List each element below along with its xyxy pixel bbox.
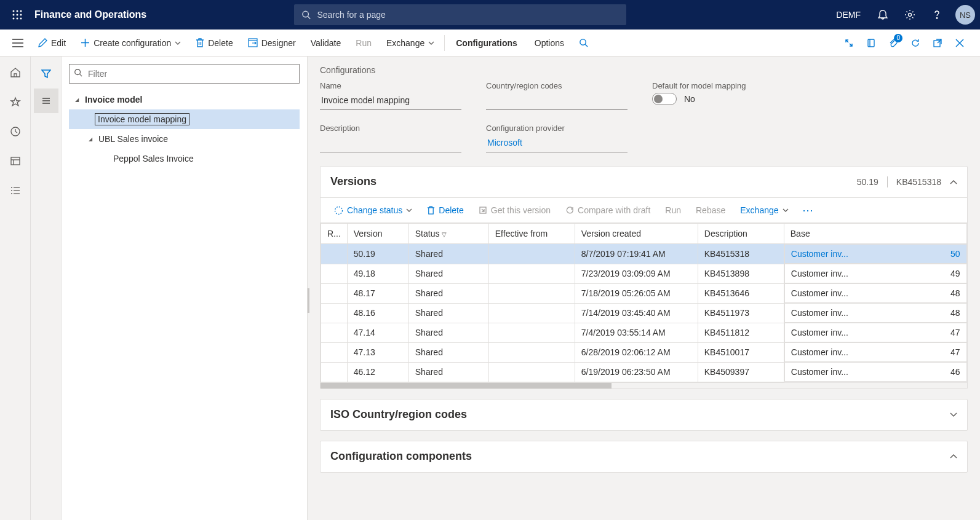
left-nav-rail [0, 57, 31, 520]
table-cell: Customer inv...48 [784, 283, 967, 303]
table-cell: Customer inv...46 [784, 362, 967, 382]
col-status[interactable]: Status▽ [408, 224, 488, 244]
iso-title: ISO Country/region codes [330, 408, 950, 421]
settings-icon[interactable] [898, 2, 922, 27]
versions-run-button: Run [659, 203, 687, 218]
col-description[interactable]: Description [698, 224, 784, 244]
name-value[interactable]: Invoice model mapping [320, 93, 461, 110]
name-label: Name [320, 81, 461, 90]
user-avatar[interactable]: NS [955, 5, 975, 25]
home-icon[interactable] [3, 60, 28, 85]
refresh-icon[interactable] [905, 33, 926, 53]
versions-delete-button[interactable]: Delete [421, 203, 469, 218]
table-cell: Shared [408, 342, 488, 362]
table-cell [321, 264, 348, 283]
validate-button[interactable]: Validate [303, 30, 349, 57]
create-configuration-button[interactable]: Create configuration [73, 30, 188, 57]
table-row[interactable]: 47.14Shared7/4/2019 03:55:14 AMKB4511812… [321, 323, 967, 342]
pencil-icon [38, 38, 47, 47]
list-icon[interactable] [34, 89, 58, 113]
table-row[interactable]: 49.18Shared7/23/2019 03:09:09 AMKB451389… [321, 264, 967, 283]
app-launcher-icon[interactable] [5, 2, 30, 27]
main-layout: ◢Invoice modelInvoice model mapping◢UBL … [0, 57, 980, 520]
region-value[interactable] [486, 93, 627, 110]
components-header[interactable]: Configuration components [321, 441, 967, 472]
tree-item[interactable]: ◢Invoice model [69, 90, 300, 109]
horizontal-scrollbar[interactable] [321, 382, 967, 388]
recent-icon[interactable] [3, 119, 28, 144]
table-row[interactable]: 47.13Shared6/28/2019 02:06:12 AMKB451001… [321, 342, 967, 362]
default-value: No [684, 94, 695, 104]
iso-header[interactable]: ISO Country/region codes [321, 400, 967, 430]
tab-options[interactable]: Options [526, 30, 573, 57]
global-search-input[interactable] [317, 10, 619, 20]
search-action-button[interactable] [573, 30, 594, 57]
description-value[interactable] [320, 135, 461, 152]
col-base[interactable]: Base [784, 224, 966, 244]
change-status-label: Change status [347, 205, 402, 215]
table-cell: 8/7/2019 07:19:41 AM [575, 244, 698, 264]
table-row[interactable]: 48.17Shared7/18/2019 05:26:05 AMKB451364… [321, 283, 967, 303]
designer-button[interactable]: Designer [241, 30, 303, 57]
table-cell: Shared [408, 362, 488, 382]
workspaces-icon[interactable] [3, 149, 28, 173]
tree-item[interactable]: Peppol Sales Invoice [69, 149, 300, 168]
designer-icon [248, 38, 258, 47]
table-cell: KB4511973 [698, 303, 784, 323]
close-icon[interactable] [949, 33, 970, 53]
table-cell: 47.13 [347, 342, 408, 362]
tool-rail [31, 57, 62, 520]
help-icon[interactable] [925, 2, 949, 27]
provider-value[interactable]: Microsoft [486, 135, 627, 152]
tree-item[interactable]: ◢UBL Sales invoice [69, 129, 300, 149]
favorites-icon[interactable] [3, 90, 28, 114]
svg-point-12 [936, 18, 938, 19]
tree-caret-icon: ◢ [73, 97, 81, 103]
chevron-up-icon [950, 451, 957, 461]
company-indicator[interactable]: DEMF [829, 10, 868, 20]
change-status-button[interactable]: Change status [328, 203, 418, 218]
link-icon[interactable] [839, 33, 859, 53]
table-cell [321, 244, 348, 264]
table-row[interactable]: 46.12Shared6/19/2019 06:23:50 AMKB450939… [321, 362, 967, 382]
svg-rect-22 [868, 39, 874, 47]
book-icon[interactable] [861, 33, 882, 53]
svg-point-7 [17, 18, 18, 20]
top-right-controls: DEMF NS [829, 2, 975, 27]
col-created[interactable]: Version created [575, 224, 698, 244]
attachment-icon[interactable]: 0 [883, 33, 904, 53]
col-r[interactable]: R... [321, 224, 348, 244]
validate-label: Validate [311, 38, 341, 48]
tree-item[interactable]: Invoice model mapping [69, 109, 300, 129]
svg-point-3 [13, 14, 15, 16]
versions-exchange-button[interactable]: Exchange [734, 203, 794, 218]
default-toggle[interactable] [652, 93, 677, 105]
components-title: Configuration components [330, 450, 950, 463]
splitter-handle[interactable] [308, 288, 309, 313]
col-version[interactable]: Version [347, 224, 408, 244]
popout-icon[interactable] [927, 33, 948, 53]
table-row[interactable]: 48.16Shared7/14/2019 03:45:40 AMKB451197… [321, 303, 967, 323]
delete-button[interactable]: Delete [188, 30, 240, 57]
col-effective[interactable]: Effective from [488, 224, 575, 244]
svg-point-0 [13, 10, 15, 12]
filter-icon[interactable] [34, 61, 58, 86]
table-cell: 7/4/2019 03:55:14 AM [575, 323, 698, 342]
tree-item-label: UBL Sales invoice [95, 134, 168, 144]
table-row[interactable]: 50.19Shared8/7/2019 07:19:41 AMKB4515318… [321, 244, 967, 264]
more-actions-button[interactable]: ⋯ [797, 203, 819, 217]
table-cell: KB4513646 [698, 283, 784, 303]
hamburger-button[interactable] [5, 30, 31, 57]
global-search[interactable] [294, 4, 626, 25]
rebase-button: Rebase [690, 203, 731, 218]
exchange-button[interactable]: Exchange [379, 30, 442, 57]
tab-configurations[interactable]: Configurations [447, 30, 526, 57]
versions-header[interactable]: Versions 50.19 KB4515318 [321, 167, 967, 197]
tree-filter-input[interactable] [69, 64, 300, 84]
modules-icon[interactable] [3, 178, 28, 203]
notifications-icon[interactable] [870, 2, 895, 27]
edit-button[interactable]: Edit [31, 30, 73, 57]
tree-container: ◢Invoice modelInvoice model mapping◢UBL … [69, 90, 300, 168]
table-cell: 50.19 [347, 244, 408, 264]
svg-point-11 [909, 14, 912, 17]
